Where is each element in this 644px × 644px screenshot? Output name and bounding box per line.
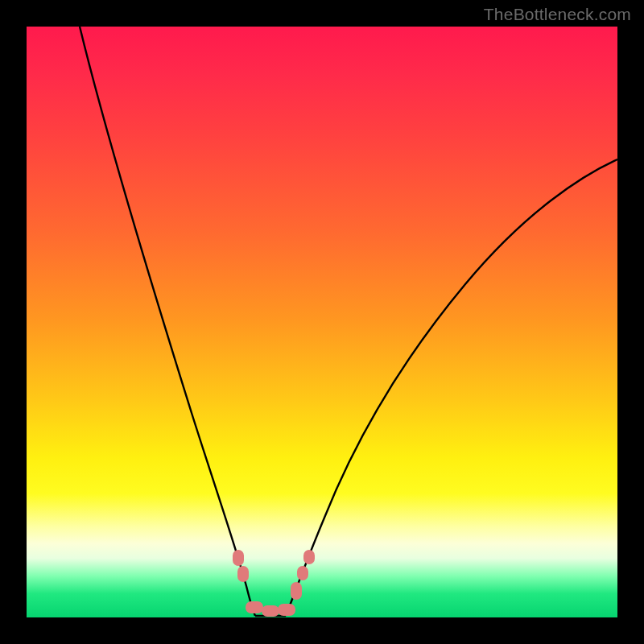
marker-dot (303, 550, 315, 564)
chart-frame: TheBottleneck.com (0, 0, 644, 644)
marker-dot (246, 601, 263, 613)
marker-dot (262, 605, 279, 617)
marker-dot (291, 582, 302, 600)
marker-dot (233, 550, 244, 566)
right-curve (286, 159, 617, 616)
marker-dot (278, 604, 295, 616)
marker-dot (297, 566, 308, 580)
watermark-text: TheBottleneck.com (484, 5, 631, 24)
marker-dot (237, 566, 249, 582)
left-curve (80, 27, 255, 616)
chart-svg (27, 27, 617, 617)
chart-plot-area (27, 27, 617, 617)
